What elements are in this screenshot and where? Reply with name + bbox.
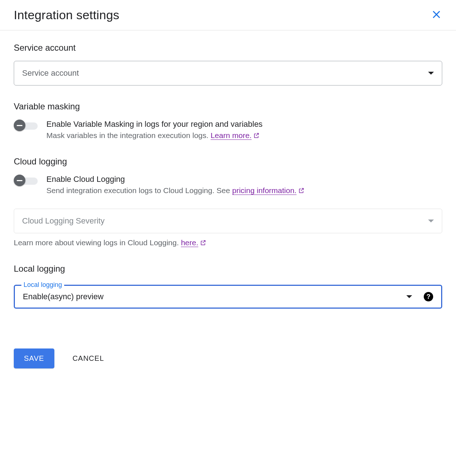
dialog-title: Integration settings bbox=[14, 8, 119, 22]
help-icon[interactable]: ? bbox=[424, 292, 433, 301]
variable-masking-content: Enable Variable Masking in logs for your… bbox=[46, 120, 442, 141]
chevron-down-icon bbox=[428, 72, 434, 75]
service-account-placeholder: Service account bbox=[22, 68, 79, 78]
variable-masking-toggle[interactable] bbox=[14, 122, 38, 129]
cloud-logging-severity-placeholder: Cloud Logging Severity bbox=[22, 216, 104, 226]
close-button[interactable] bbox=[431, 9, 442, 21]
cloud-logging-content: Enable Cloud Logging Send integration ex… bbox=[46, 175, 442, 196]
cloud-logging-help-text: Send integration execution logs to Cloud… bbox=[46, 186, 232, 195]
cancel-button[interactable]: CANCEL bbox=[70, 354, 106, 363]
chevron-down-icon bbox=[428, 220, 434, 222]
cloud-logging-helper: Learn more about viewing logs in Cloud L… bbox=[14, 238, 442, 248]
external-link-icon bbox=[298, 187, 304, 196]
service-account-select[interactable]: Service account bbox=[14, 61, 442, 85]
section-title-variable-masking: Variable masking bbox=[14, 101, 442, 112]
severity-wrap: Cloud Logging Severity Learn more about … bbox=[14, 209, 442, 248]
variable-masking-help-text: Mask variables in the integration execut… bbox=[46, 131, 211, 139]
section-local-logging: Local logging Local logging Enable(async… bbox=[14, 264, 442, 309]
toggle-knob-disabled-icon bbox=[14, 120, 25, 131]
close-icon bbox=[431, 9, 442, 21]
cloud-logging-severity-select[interactable]: Cloud Logging Severity bbox=[14, 209, 442, 233]
section-variable-masking: Variable masking Enable Variable Masking… bbox=[14, 101, 442, 141]
toggle-knob-disabled-icon bbox=[14, 175, 25, 186]
section-title-local-logging: Local logging bbox=[14, 264, 442, 274]
chevron-down-icon bbox=[406, 295, 412, 298]
local-logging-value: Enable(async) preview bbox=[23, 292, 406, 301]
save-button[interactable]: SAVE bbox=[14, 348, 54, 368]
learn-more-link[interactable]: Learn more. bbox=[211, 131, 252, 140]
cloud-logging-label: Enable Cloud Logging bbox=[46, 175, 442, 184]
section-cloud-logging: Cloud logging Enable Cloud Logging Send … bbox=[14, 156, 442, 248]
external-link-icon bbox=[253, 132, 260, 141]
section-title-service-account: Service account bbox=[14, 43, 442, 53]
local-logging-field-label: Local logging bbox=[21, 281, 64, 289]
cloud-logging-help: Send integration execution logs to Cloud… bbox=[46, 186, 442, 196]
here-link[interactable]: here. bbox=[181, 238, 198, 247]
cloud-logging-helper-text: Learn more about viewing logs in Cloud L… bbox=[14, 238, 181, 247]
local-logging-select[interactable]: Local logging Enable(async) preview ? bbox=[14, 285, 442, 309]
section-title-cloud-logging: Cloud logging bbox=[14, 156, 442, 167]
external-link-icon bbox=[200, 239, 206, 248]
variable-masking-label: Enable Variable Masking in logs for your… bbox=[46, 120, 442, 129]
dialog-content: Service account Service account Variable… bbox=[0, 30, 456, 383]
dialog-header: Integration settings bbox=[0, 0, 456, 30]
variable-masking-row: Enable Variable Masking in logs for your… bbox=[14, 120, 442, 141]
cloud-logging-row: Enable Cloud Logging Send integration ex… bbox=[14, 175, 442, 196]
variable-masking-help: Mask variables in the integration execut… bbox=[46, 131, 442, 141]
pricing-info-link[interactable]: pricing information. bbox=[232, 186, 297, 195]
cloud-logging-toggle[interactable] bbox=[14, 177, 38, 184]
dialog-actions: SAVE CANCEL bbox=[14, 348, 442, 383]
